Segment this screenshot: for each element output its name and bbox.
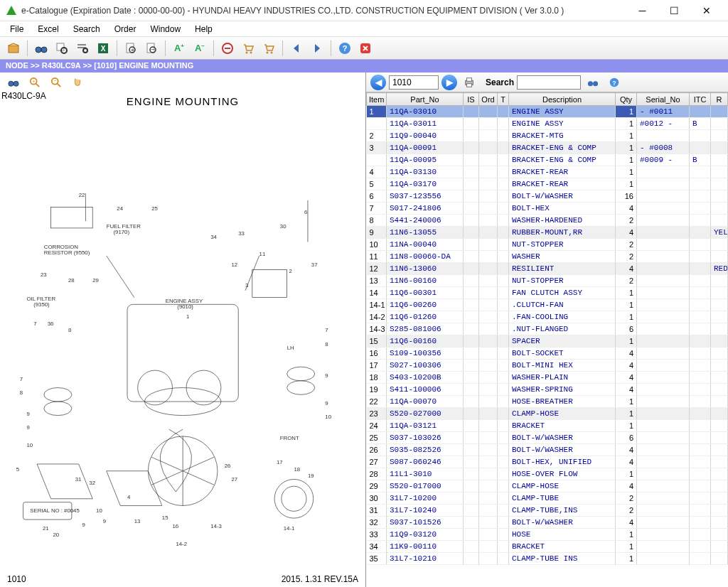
menu-search[interactable]: Search <box>66 23 107 36</box>
binoculars-small-icon[interactable] <box>4 73 23 92</box>
table-row[interactable]: 3131L7-10240CLAMP-TUBE,INS2 <box>367 505 728 517</box>
table-row[interactable]: 3311Q9-03120HOSE1 <box>367 529 728 541</box>
table-row[interactable]: 14-3S285-081006.NUT-FLANGED6 <box>367 323 728 335</box>
svg-text:18: 18 <box>294 466 300 473</box>
col-header-description[interactable]: Description <box>509 93 616 106</box>
col-header-part_no[interactable]: Part_No <box>387 93 464 106</box>
pan-icon[interactable] <box>68 73 87 92</box>
next-page-button[interactable]: ▶ <box>441 75 457 90</box>
svg-text:9: 9 <box>26 424 29 431</box>
zoom-out-icon[interactable]: − <box>47 73 65 92</box>
zoom-out-doc-icon[interactable]: − <box>142 39 161 58</box>
table-row[interactable]: 6S037-123556BOLT-W/WASHER16 <box>367 190 728 203</box>
menu-help[interactable]: Help <box>188 23 220 36</box>
col-header-item[interactable]: Item <box>367 93 387 106</box>
excel-icon[interactable]: X <box>94 39 112 58</box>
svg-text:10: 10 <box>325 414 331 421</box>
table-row[interactable]: 26S035-082526BOLT-W/WASHER4 <box>367 444 728 456</box>
menu-order[interactable]: Order <box>107 23 144 36</box>
table-row[interactable]: 1111N8-00060-DAWASHER2 <box>367 251 728 263</box>
svg-text:6: 6 <box>304 210 307 216</box>
table-row[interactable]: 1311N6-00160NUT-STOPPER2 <box>367 275 728 287</box>
prev-page-button[interactable]: ◀ <box>370 75 386 90</box>
col-header-r[interactable]: R <box>711 93 728 106</box>
zoom-in-icon[interactable]: + <box>26 73 44 92</box>
table-row[interactable]: 16S109-100356BOLT-SOCKET4 <box>367 348 728 360</box>
remove-icon[interactable] <box>218 39 237 58</box>
exit-icon[interactable] <box>356 39 375 58</box>
parts-help-icon[interactable]: ? <box>605 73 623 92</box>
svg-text:−: − <box>151 46 155 53</box>
table-row[interactable]: 3411K9-00110BRACKET1 <box>367 541 728 553</box>
nav-prev-icon[interactable] <box>287 39 306 58</box>
cart-add-icon[interactable] <box>239 39 257 58</box>
table-row[interactable]: 11QA-03011ENGINE ASSY1#0012 -B <box>367 118 728 130</box>
font-decrease-icon[interactable]: A− <box>191 39 209 58</box>
help-icon[interactable]: ? <box>336 39 354 58</box>
table-row[interactable]: 1511Q6-00160SPACER1 <box>367 335 728 348</box>
table-row[interactable]: 411QA-03130BRACKET-REAR1 <box>367 166 728 178</box>
table-row[interactable]: 18S403-10200BWASHER-PLAIN4 <box>367 372 728 384</box>
table-row[interactable]: 23S520-027000CLAMP-HOSE1 <box>367 408 728 420</box>
menu-window[interactable]: Window <box>143 23 188 36</box>
table-row[interactable]: 1211N6-13060RESILIENT4RED <box>367 263 728 275</box>
menu-excel[interactable]: Excel <box>31 23 65 36</box>
box-icon[interactable] <box>4 39 23 58</box>
table-row[interactable]: 19S411-100006WASHER-SPRING4 <box>367 384 728 396</box>
page-combo[interactable] <box>389 75 439 90</box>
table-row[interactable]: 27S087-060246BOLT-HEX, UNIFIED4 <box>367 456 728 468</box>
diagram-area[interactable]: 222425 CORROSIONRESISTOR (9550) FUEL FIL… <box>0 107 365 571</box>
table-row[interactable]: 2411QA-03121BRACKET1 <box>367 420 728 432</box>
list-search-icon[interactable] <box>73 39 92 58</box>
model-search-icon[interactable] <box>53 39 71 58</box>
maximize-button[interactable]: ☐ <box>658 1 690 21</box>
table-row[interactable]: 8S441-240006WASHER-HARDENED2 <box>367 215 728 227</box>
svg-text:9: 9 <box>325 400 328 406</box>
font-increase-icon[interactable]: A+ <box>170 39 188 58</box>
nav-next-icon[interactable] <box>308 39 326 58</box>
search-binoculars-icon[interactable] <box>584 73 602 92</box>
svg-text:36: 36 <box>48 321 54 327</box>
svg-point-51 <box>44 388 72 402</box>
print-icon[interactable] <box>460 73 478 92</box>
table-row[interactable]: 29S520-017000CLAMP-HOSE4 <box>367 480 728 492</box>
table-row[interactable]: 111QA-03010ENGINE ASSY1 - #0011 <box>367 106 728 118</box>
table-row[interactable]: 311QA-00091BRACKET-ENG & COMP1 - #0008 <box>367 142 728 154</box>
zoom-in-doc-icon[interactable]: + <box>122 39 140 58</box>
svg-text:8: 8 <box>68 328 71 334</box>
table-row[interactable]: 1011NA-00040NUT-STOPPER2 <box>367 239 728 251</box>
table-row[interactable]: 2211QA-00070HOSE-BREATHER1 <box>367 396 728 408</box>
col-header-qty[interactable]: Qty <box>616 93 637 106</box>
col-header-serial_no[interactable]: Serial_No <box>637 93 690 106</box>
table-row[interactable]: 1411Q6-00301FAN CLUTCH ASSY1 <box>367 287 728 299</box>
col-header-itc[interactable]: ITC <box>690 93 711 106</box>
col-header-ord[interactable]: Ord <box>479 93 498 106</box>
binoculars-icon[interactable] <box>32 39 50 58</box>
menu-file[interactable]: File <box>3 23 31 36</box>
col-header-t[interactable]: T <box>498 93 509 106</box>
svg-point-48 <box>282 487 306 512</box>
table-row[interactable]: 3531L7-10210CLAMP-TUBE INS1 <box>367 553 728 565</box>
table-row[interactable]: 7S017-241806BOLT-HEX4 <box>367 203 728 215</box>
search-input[interactable] <box>517 75 581 90</box>
svg-point-3 <box>41 47 47 53</box>
col-header-is[interactable]: IS <box>464 93 479 106</box>
table-row[interactable]: 25S037-103026BOLT-W/WASHER6 <box>367 432 728 444</box>
close-button[interactable]: ✕ <box>690 1 722 21</box>
table-row[interactable]: 211Q9-00040BRACKET-MTG1 <box>367 130 728 142</box>
table-row[interactable]: 14-111Q6-00260.CLUTCH-FAN1 <box>367 299 728 311</box>
table-row[interactable]: 511QA-03170BRACKET-REAR1 <box>367 178 728 190</box>
menu-bar: FileExcelSearchOrderWindowHelp <box>0 21 728 37</box>
minimize-button[interactable]: ─ <box>626 1 658 21</box>
table-row[interactable]: 2811L1-3010HOSE-OVER FLOW1 <box>367 468 728 480</box>
table-row[interactable]: 17S027-100306BOLT-MINI HEX4 <box>367 360 728 372</box>
table-row[interactable]: 911N6-13055RUBBER-MOUNT,RR4YELLO <box>367 227 728 239</box>
table-row[interactable]: 11QA-00095BRACKET-ENG & COMP1#0009 -B <box>367 154 728 166</box>
table-row[interactable]: 3031L7-10200CLAMP-TUBE2 <box>367 492 728 505</box>
svg-text:30: 30 <box>280 223 287 230</box>
table-row[interactable]: 14-211Q6-01260.FAN-COOLING1 <box>367 311 728 323</box>
table-row[interactable]: 32S037-101526BOLT-W/WASHER4 <box>367 517 728 529</box>
parts-table-wrap[interactable]: ItemPart_NoISOrdTDescriptionQtySerial_No… <box>366 92 728 587</box>
cart-icon[interactable] <box>259 39 278 58</box>
svg-line-46 <box>151 458 183 472</box>
